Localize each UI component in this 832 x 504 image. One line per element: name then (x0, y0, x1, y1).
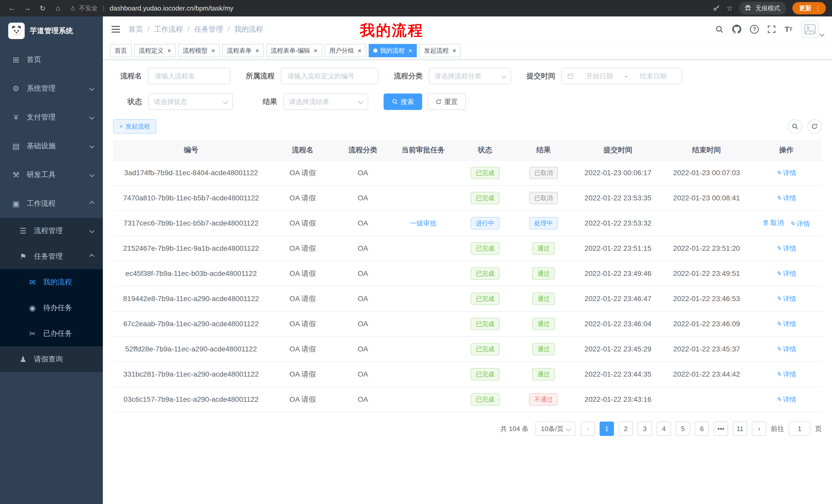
update-button[interactable]: 更新 ⋮ (792, 2, 826, 15)
sidebar-item-leave-query[interactable]: ♟请假查询 (0, 346, 103, 372)
sidebar-item-todo-tasks[interactable]: ◉待办任务 (0, 295, 103, 320)
jump-page-input[interactable] (789, 422, 810, 436)
refresh-table-button[interactable] (807, 119, 822, 134)
key-icon[interactable] (713, 4, 720, 12)
cell-id: 819442e8-7b9a-11ec-a290-acde48001122 (113, 286, 269, 311)
back-icon[interactable]: ← (6, 2, 18, 15)
start-process-button[interactable]: + 发起流程 (113, 119, 156, 134)
submit-time-range-picker[interactable]: 开始日期 - 结束日期 (562, 68, 682, 84)
sidebar-item-system-management[interactable]: ⚙系统管理 (0, 74, 103, 103)
detail-button[interactable]: ✎详情 (776, 244, 796, 253)
close-icon[interactable]: × (167, 47, 171, 54)
font-size-icon[interactable]: TT (784, 25, 792, 34)
cell-status: 已完成 (457, 160, 514, 186)
detail-button[interactable]: ✎详情 (776, 169, 796, 177)
tab-my-process[interactable]: 我的流程× (369, 44, 417, 57)
help-icon[interactable]: ? (750, 25, 759, 34)
tab-start-process[interactable]: 发起流程× (419, 44, 461, 57)
tab-process-form[interactable]: 流程表单× (222, 44, 263, 57)
page-button-1[interactable]: 1 (600, 422, 614, 436)
cell-result: 已取消 (514, 160, 574, 186)
start-date-placeholder: 开始日期 (576, 72, 623, 81)
home-icon[interactable]: ⌂ (52, 2, 64, 15)
sidebar-item-done-tasks[interactable]: ✂已办任务 (0, 320, 103, 346)
detail-button[interactable]: ✎详情 (776, 319, 796, 329)
breadcrumb-item-workflow[interactable]: 工作流程 (154, 24, 183, 34)
sidebar-item-infrastructure[interactable]: ▤基础设施 (0, 132, 103, 160)
reload-icon[interactable]: ↻ (36, 2, 49, 15)
close-icon[interactable]: × (408, 47, 412, 54)
result-select[interactable]: 请选择流结果 (283, 93, 368, 110)
page-list: 123456•••11 (600, 422, 747, 436)
cell-category: OA (336, 337, 390, 362)
detail-button[interactable]: ✎详情 (776, 295, 796, 303)
sidebar-item-workflow[interactable]: ▣工作流程 (0, 189, 103, 218)
cell-process-name: OA 请假 (269, 387, 336, 412)
detail-button[interactable]: ✎详情 (776, 395, 796, 404)
user-avatar[interactable] (801, 21, 824, 38)
page-size-select[interactable]: 10条/页 (535, 422, 576, 436)
fullscreen-icon[interactable] (768, 25, 776, 33)
forward-icon[interactable]: → (21, 2, 33, 15)
search-icon[interactable] (715, 25, 724, 33)
reset-button[interactable]: 重置 (427, 93, 466, 110)
table-toolbar: + 发起流程 (113, 119, 822, 134)
tab-home[interactable]: 首页 (110, 44, 132, 57)
cancel-button[interactable]: 取消 (762, 218, 784, 227)
breadcrumb-item-task-management[interactable]: 任务管理 (194, 24, 223, 34)
detail-button[interactable]: ✎详情 (776, 370, 796, 379)
category-select[interactable]: 请选择流程分类 (429, 68, 511, 84)
page-button-11[interactable]: 11 (733, 422, 747, 436)
status-select[interactable]: 请选择状态 (148, 93, 233, 110)
sidebar-item-payment-management[interactable]: ¥支付管理 (0, 103, 103, 132)
prev-page-button[interactable]: ‹ (580, 422, 595, 436)
page-button-4[interactable]: 4 (657, 422, 671, 436)
close-icon[interactable]: × (255, 47, 259, 54)
close-icon[interactable]: × (452, 47, 456, 54)
chevron-down-icon (89, 143, 94, 148)
close-icon[interactable]: × (314, 47, 317, 54)
close-icon[interactable]: × (358, 47, 362, 54)
sidebar-item-my-process[interactable]: ✉我的流程 (0, 269, 103, 295)
kebab-menu-icon[interactable]: ⋮ (814, 4, 821, 12)
jump-label-prefix: 前往 (771, 424, 784, 433)
current-task-link[interactable]: 一级审批 (410, 219, 437, 228)
sidebar-item-dev-tools[interactable]: ⚒研发工具 (0, 160, 103, 189)
tab-process-definition[interactable]: 流程定义× (134, 44, 176, 57)
search-button[interactable]: 搜索 (384, 93, 422, 110)
github-icon[interactable] (732, 25, 741, 34)
status-badge: 已完成 (471, 242, 499, 255)
page-button-6[interactable]: 6 (695, 422, 709, 436)
cell-category: OA (336, 236, 390, 261)
detail-button[interactable]: ✎详情 (776, 194, 796, 203)
edit-icon: ✎ (776, 320, 781, 328)
detail-button[interactable]: ✎详情 (776, 345, 796, 354)
cell-current-task (390, 236, 457, 261)
tab-process-form-edit[interactable]: 流程表单-编辑× (266, 44, 322, 57)
breadcrumb-item-home[interactable]: 首页 (129, 24, 143, 34)
column-header: 当前审批任务 (390, 140, 457, 160)
next-page-button[interactable]: › (752, 422, 766, 436)
sidebar-item-task-management[interactable]: ⚑任务管理 (0, 244, 103, 269)
sidebar-item-home[interactable]: ⊞首页 (0, 45, 103, 74)
page-button-5[interactable]: 5 (676, 422, 690, 436)
close-icon[interactable]: × (211, 47, 215, 54)
hamburger-icon[interactable] (111, 25, 120, 33)
process-name-input[interactable] (148, 68, 230, 84)
show-search-button[interactable] (788, 119, 802, 134)
cell-category: OA (336, 261, 390, 286)
detail-button[interactable]: ✎详情 (790, 219, 810, 228)
sidebar-item-process-management[interactable]: ☰流程管理 (0, 218, 103, 244)
cell-status: 已完成 (457, 387, 514, 412)
cell-current-task (390, 261, 457, 286)
page-button-3[interactable]: 3 (638, 422, 652, 436)
tab-process-model[interactable]: 流程模型× (178, 44, 219, 57)
process-definition-input[interactable] (281, 68, 379, 84)
address-bar[interactable]: ⚠ 不安全 | dashboard.yudao.iocoder.cn/bpm/t… (70, 4, 713, 12)
more-pages-button[interactable]: ••• (714, 422, 728, 436)
cell-end-time (662, 387, 751, 412)
bookmark-star-icon[interactable]: ☆ (726, 4, 733, 12)
tab-user-group[interactable]: 用户分组× (325, 44, 366, 57)
page-button-2[interactable]: 2 (619, 422, 633, 436)
detail-button[interactable]: ✎详情 (776, 269, 796, 278)
